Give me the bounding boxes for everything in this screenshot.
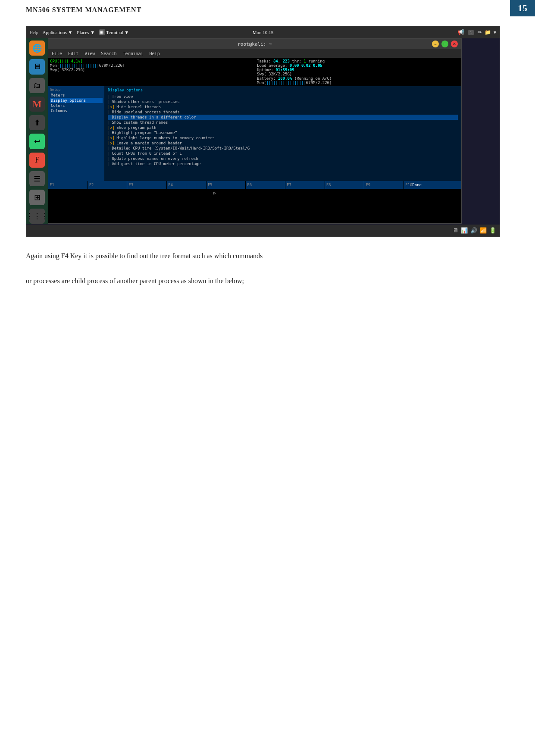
sidebar-icon-9[interactable]: ⋮⋮⋮: [29, 209, 45, 224]
option-display-threads[interactable]: | Display threads in a different color: [108, 115, 458, 120]
htop-mem-right: Mem[|||||||||||||||||679M/2.22G]: [257, 81, 460, 85]
fkey-f1[interactable]: F1: [48, 181, 88, 189]
option-shadow-users[interactable]: | Shadow other users' processes: [108, 99, 458, 104]
setup-item-meters[interactable]: Meters: [50, 93, 103, 98]
sidebar-icon-2[interactable]: 🖥: [29, 59, 45, 74]
fkey-f6[interactable]: F6: [246, 181, 285, 189]
setup-item-display[interactable]: Display options: [50, 98, 103, 103]
dropdown-icon: ▾: [494, 29, 496, 36]
description-line2: or processes are child process of anothe…: [26, 275, 509, 287]
htop-load: Load average: 0.00 0.02 0.05: [257, 63, 460, 68]
fkey-f8[interactable]: F8: [325, 181, 365, 189]
option-update-names[interactable]: | Update process names on every refresh: [108, 156, 458, 161]
topbar-left: Help Applications ▼ Places ▼ ▣ Terminal …: [30, 29, 129, 35]
terminal-title: root@kali: ~: [238, 41, 272, 47]
htop-meters-right: Tasks: 84, 223 thr; 1 running Load avera…: [253, 59, 460, 85]
menu-file[interactable]: File: [52, 51, 62, 56]
option-count-cpus[interactable]: | Count CPUs from 0 instead of 1: [108, 151, 458, 156]
maximize-button[interactable]: □: [441, 41, 448, 47]
fkey-f2[interactable]: F2: [88, 181, 128, 189]
fkey-f10[interactable]: F10Done: [404, 181, 461, 189]
places-menu[interactable]: Places ▼: [77, 30, 95, 35]
setup-item-colors[interactable]: Colors: [50, 103, 103, 108]
taskbar-icon-4: 📶: [480, 227, 487, 234]
sidebar-icon-5[interactable]: ↩: [29, 134, 45, 149]
applications-menu[interactable]: Applications ▼: [42, 30, 72, 35]
sidebar-icon-3[interactable]: 🗂: [29, 78, 45, 93]
htop-mem: Mem[|||||||||||||||||679M/2.22G]: [50, 63, 253, 68]
menu-help[interactable]: Help: [150, 51, 160, 56]
option-hide-userland[interactable]: | Hide userland process threads: [108, 109, 458, 115]
fkey-f7[interactable]: F7: [285, 181, 325, 189]
htop-cpu: CPU[|||| 4,1%]: [50, 59, 253, 63]
page-title: MN506 SYSTEM MANAGEMENT: [26, 6, 141, 14]
htop-swp-right: Swp[ 32K/2.25G]: [257, 72, 460, 76]
option-tree-view[interactable]: | Tree view: [108, 94, 458, 99]
terminal-menu[interactable]: ▣ Terminal ▼: [99, 29, 129, 35]
terminal-window: root@kali: ~ – □ ✕ File Edit View Search…: [48, 38, 462, 224]
menu-view[interactable]: View: [84, 51, 95, 56]
htop-setup-panel: Setup Meters Display options Colors Colu…: [48, 86, 461, 181]
fkey-f9[interactable]: F9: [364, 181, 404, 189]
display-options-title: Display options: [108, 88, 458, 92]
terminal-titlebar: root@kali: ~ – □ ✕: [48, 39, 461, 49]
htop-tasks: Tasks: 84, 223 thr; 1 running: [257, 59, 460, 63]
setup-header: Setup: [50, 88, 103, 92]
htop-fkeys: F1 F2 F3 F4 F5 F6 F7 F8 F9 F10Done: [48, 181, 461, 189]
pencil-icon: ✏: [478, 29, 482, 36]
htop-cursor: ▷: [48, 189, 461, 197]
option-highlight-large[interactable]: |x| Highlight large numbers in memory co…: [108, 135, 458, 141]
setup-item-columns[interactable]: Columns: [50, 108, 103, 113]
description-line1: Again using F4 Key it is possible to fin…: [26, 250, 509, 262]
description-text: Again using F4 Key it is possible to fin…: [26, 250, 509, 287]
gnome-taskbar: 🖥 📊 🔊 📶 🔋: [26, 225, 500, 237]
minimize-button[interactable]: –: [432, 41, 439, 47]
menu-terminal[interactable]: Terminal: [122, 51, 143, 56]
taskbar-icon-2: 📊: [461, 227, 468, 234]
topbar-right: 📢 1 ✏ 📁 ▾: [457, 29, 496, 36]
taskbar-icon-1: 🖥: [453, 227, 458, 234]
sidebar-icon-8[interactable]: ⊞: [29, 190, 45, 205]
htop-battery: Battery: 100.0% (Running on A/C): [257, 76, 460, 81]
sidebar-icon-6[interactable]: F: [29, 153, 45, 168]
settings-icons: ✏ 📁 ▾: [478, 29, 496, 36]
fkey-f5[interactable]: F5: [206, 181, 246, 189]
terminal-icon: ▣: [99, 29, 105, 35]
taskbar-icon-3: 🔊: [470, 227, 477, 234]
option-margin-header[interactable]: |x| Leave a margin around header: [108, 141, 458, 146]
taskbar-icon-5: 🔋: [489, 227, 496, 234]
fkey-f3[interactable]: F3: [127, 181, 167, 189]
sidebar-icons: 🌐 🖥 🗂 M ⬆ ↩ F ☰ ⊞ ⋮⋮⋮: [26, 38, 48, 224]
terminal-controls: – □ ✕: [432, 41, 458, 47]
htop-setup-left: Setup Meters Display options Colors Colu…: [48, 86, 104, 181]
htop-swp: Swp[ 32K/2.25G]: [50, 68, 253, 72]
close-button[interactable]: ✕: [451, 41, 458, 47]
option-hide-kernel[interactable]: |x| Hide kernel threads: [108, 104, 458, 109]
htop-meters-left: CPU[|||| 4,1%] Mem[|||||||||||||||||679M…: [50, 59, 253, 85]
menu-search[interactable]: Search: [101, 51, 116, 56]
htop-setup-right: Display options | Tree view | Shadow oth…: [104, 86, 461, 181]
option-detailed-cpu[interactable]: | Detailed CPU time (System/IO-Wait/Hard…: [108, 146, 458, 151]
option-guest-time[interactable]: | Add guest time in CPU meter percentage: [108, 161, 458, 166]
sidebar-icon-7[interactable]: ☰: [29, 171, 45, 186]
htop-uptime: Uptime: 01:59:09: [257, 68, 460, 72]
clock: Mon 10:15: [253, 30, 274, 35]
gnome-topbar: Help Applications ▼ Places ▼ ▣ Terminal …: [26, 26, 500, 38]
sidebar-icon-4[interactable]: ⬆: [29, 115, 45, 130]
page-number: 15: [510, 0, 535, 16]
sidebar-icon-1[interactable]: 🌐: [29, 41, 45, 56]
fkey-f4[interactable]: F4: [167, 181, 206, 189]
page-number-text: 15: [518, 3, 527, 13]
option-highlight-basename[interactable]: | Highlight program "basename": [108, 130, 458, 135]
help-label: Help: [30, 30, 38, 35]
htop-content: CPU[|||| 4,1%] Mem[|||||||||||||||||679M…: [48, 58, 461, 223]
menu-edit[interactable]: Edit: [68, 51, 78, 56]
option-custom-thread-names[interactable]: | Show custom thread names: [108, 120, 458, 125]
terminal-body: CPU[|||| 4,1%] Mem[|||||||||||||||||679M…: [48, 58, 461, 223]
folder-icon: 📁: [485, 29, 491, 36]
screenshot-container: Help Applications ▼ Places ▼ ▣ Terminal …: [26, 26, 500, 237]
notification-icon: 📢: [457, 29, 464, 36]
option-show-path[interactable]: |x| Show program path: [108, 125, 458, 130]
sidebar-icon-m[interactable]: M: [29, 97, 45, 112]
terminal-menubar: File Edit View Search Terminal Help: [48, 49, 461, 58]
